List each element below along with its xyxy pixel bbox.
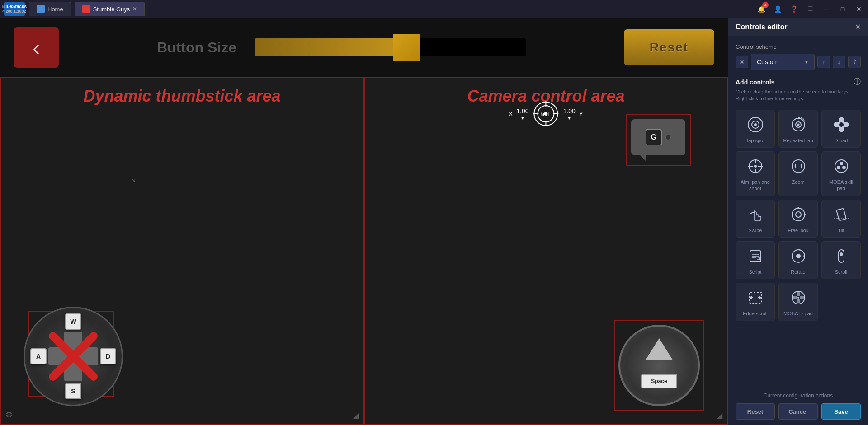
dpad-key-up[interactable]: W <box>65 313 81 330</box>
footer-reset-button[interactable]: Reset <box>736 403 775 420</box>
rotate-icon <box>788 246 808 266</box>
dpad-key-left[interactable]: A <box>30 348 47 364</box>
footer-save-button[interactable]: Save <box>821 403 861 420</box>
control-item-scroll[interactable]: Scroll <box>821 241 861 279</box>
g-key: G <box>646 129 662 145</box>
control-item-tilt[interactable]: Tilt <box>821 200 861 238</box>
control-item-swipe[interactable]: Swipe <box>736 200 775 238</box>
close-button[interactable]: ✕ <box>854 4 864 14</box>
config-actions-label: Current configuration actions <box>736 392 861 399</box>
button-size-slider[interactable] <box>255 38 526 56</box>
back-button[interactable]: ‹ <box>14 27 59 68</box>
x-value-control[interactable]: 1.00 ▼ <box>516 107 528 121</box>
maximize-button[interactable]: □ <box>837 4 848 14</box>
scheme-link-icon-btn[interactable] <box>736 56 748 68</box>
main-container: ‹ Button Size Reset Dynamic thumbstick a… <box>0 18 868 425</box>
moba-dpad-svg <box>789 289 807 307</box>
panel-header: Controls editor ✕ <box>728 18 868 36</box>
tab-home[interactable]: Home <box>29 2 71 16</box>
control-item-dpad[interactable]: D-pad <box>821 110 861 148</box>
add-controls-info-icon[interactable]: ⓘ <box>854 77 861 87</box>
zones-container: Dynamic thumbstick area × <box>0 77 728 425</box>
y-value: 1.00 <box>563 107 576 115</box>
scheme-dropdown[interactable]: Custom ▼ <box>751 54 815 70</box>
scheme-action-icons: ↑ ↓ ⤴ <box>817 56 861 68</box>
swipe-label: Swipe <box>749 227 762 234</box>
zoom-label: Zoom <box>792 179 804 185</box>
zone-settings-icon[interactable]: ⚙ <box>5 410 13 420</box>
tilt-icon <box>831 205 851 224</box>
add-controls-desc: Click or drag the actions on the screen … <box>736 89 861 103</box>
control-item-script[interactable]: Script <box>736 241 775 279</box>
swipe-icon <box>745 205 765 224</box>
control-item-tap-spot[interactable]: Tap spot <box>736 110 775 148</box>
notification-button[interactable]: 🔔 4 <box>756 4 767 14</box>
x-arrow-down[interactable]: ▼ <box>520 116 525 121</box>
dpad-key-down[interactable]: S <box>65 383 81 399</box>
menu-button[interactable]: ☰ <box>805 4 816 14</box>
aim-pan-shoot-label: Aim, pan and shoot <box>739 179 772 192</box>
control-item-zoom[interactable]: Zoom <box>778 151 818 196</box>
control-item-rotate[interactable]: Rotate <box>778 241 818 279</box>
free-look-svg <box>789 205 807 224</box>
right-zone-resize-icon[interactable]: ◢ <box>717 411 722 420</box>
repeated-tap-svg <box>789 116 807 134</box>
free-look-label: Free look <box>788 227 809 234</box>
game-topbar: ‹ Button Size Reset <box>0 18 728 77</box>
x-marker: × <box>132 177 136 184</box>
panel-body: Control scheme Custom ▼ ↑ ↓ <box>728 36 868 387</box>
script-svg <box>746 247 764 265</box>
y-value-control[interactable]: 1.00 ▼ <box>563 107 576 121</box>
bluestacks-logo: BlueStacks 4.280.1.1002 <box>4 2 25 16</box>
dpad-key-right[interactable]: D <box>100 348 116 364</box>
control-item-aim-pan-shoot[interactable]: Aim, pan and shoot <box>736 151 775 196</box>
control-item-repeated-tap[interactable]: Repeated tap <box>778 110 818 148</box>
game-area: ‹ Button Size Reset Dynamic thumbstick a… <box>0 18 728 425</box>
zoom-svg <box>789 157 807 175</box>
title-bar-left: BlueStacks 4.280.1.1002 Home Stumble Guy… <box>4 2 145 16</box>
svg-point-31 <box>842 166 846 169</box>
footer-cancel-button[interactable]: Cancel <box>778 403 818 420</box>
tilt-label: Tilt <box>838 227 844 234</box>
script-label: Script <box>749 269 761 275</box>
g-dot <box>665 135 671 140</box>
space-dpad[interactable]: Space <box>618 325 700 406</box>
svg-point-18 <box>797 123 799 126</box>
moba-dpad-icon <box>788 288 808 308</box>
dpad-circle[interactable]: W S A D <box>24 307 123 406</box>
control-item-moba-skill-pad[interactable]: MOBA skill pad <box>821 151 861 196</box>
control-item-free-look[interactable]: Free look <box>778 200 818 238</box>
add-controls-header: Add controls ⓘ <box>736 77 861 87</box>
y-arrow-down[interactable]: ▼ <box>567 116 571 121</box>
crosshair-icon: ht cl <box>533 100 560 127</box>
tab-close-icon[interactable]: ✕ <box>132 6 137 12</box>
slider-thumb[interactable] <box>393 34 420 61</box>
tilt-svg <box>832 205 850 224</box>
svg-point-21 <box>839 122 844 127</box>
tab-stumble-guys[interactable]: Stumble Guys ✕ <box>75 2 145 16</box>
svg-point-52 <box>797 297 799 299</box>
scheme-share-btn[interactable]: ⤴ <box>848 56 861 68</box>
moba-skill-pad-svg <box>832 157 850 175</box>
swipe-svg <box>746 205 764 224</box>
space-triangle-icon <box>646 336 673 363</box>
account-button[interactable]: 👤 <box>772 4 783 14</box>
panel-close-button[interactable]: ✕ <box>855 23 861 31</box>
x-value: 1.00 <box>516 107 528 115</box>
control-item-moba-dpad[interactable]: MOBA D-pad <box>778 283 818 321</box>
minimize-button[interactable]: ─ <box>821 4 832 14</box>
y-label: Y <box>579 110 583 117</box>
version-text: 4.280.1.1002 <box>2 9 27 14</box>
control-item-edge-scroll[interactable]: Edge scroll <box>736 283 775 321</box>
button-size-section: Button Size <box>59 38 624 56</box>
scheme-download-btn[interactable]: ↓ <box>833 56 845 68</box>
zone-resize-icon[interactable]: ◢ <box>353 411 359 420</box>
repeated-tap-icon <box>788 115 808 135</box>
scheme-upload-btn[interactable]: ↑ <box>817 56 830 68</box>
reset-button[interactable]: Reset <box>624 29 714 65</box>
g-button[interactable]: G <box>631 119 685 155</box>
x-label: X <box>509 110 513 117</box>
help-button[interactable]: ❓ <box>788 4 799 14</box>
crosshair-control[interactable]: X 1.00 ▼ <box>509 100 583 127</box>
moba-skill-pad-label: MOBA skill pad <box>825 179 858 192</box>
